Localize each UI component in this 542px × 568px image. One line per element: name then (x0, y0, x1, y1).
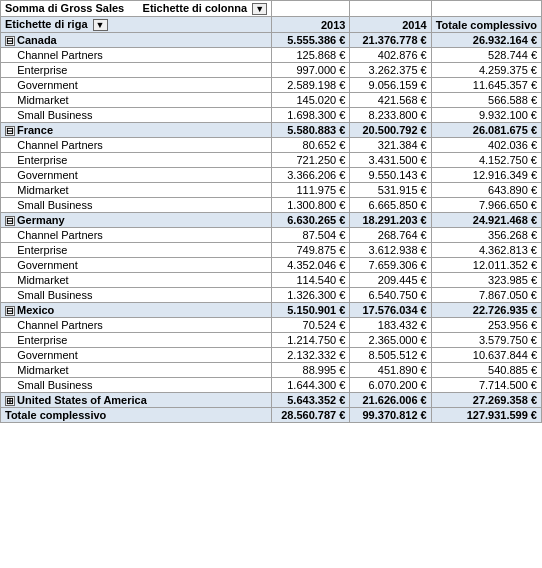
segment-2014-value: 183.432 € (350, 318, 431, 333)
segment-total-value: 7.867.050 € (431, 288, 541, 303)
segment-total-value: 402.036 € (431, 138, 541, 153)
segment-row-label: Small Business (1, 198, 272, 213)
country-2013-value: 5.150.901 € (272, 303, 350, 318)
segment-2013-value: 2.132.332 € (272, 348, 350, 363)
segment-row-label: Enterprise (1, 243, 272, 258)
segment-row-label: Channel Partners (1, 228, 272, 243)
expand-icon[interactable]: ⊟ (5, 306, 15, 316)
segment-row-label: Channel Partners (1, 138, 272, 153)
segment-total-value: 7.714.500 € (431, 378, 541, 393)
segment-total-value: 253.956 € (431, 318, 541, 333)
segment-2014-value: 421.568 € (350, 93, 431, 108)
segment-total-value: 528.744 € (431, 48, 541, 63)
segment-total-value: 566.588 € (431, 93, 541, 108)
segment-2013-value: 1.214.750 € (272, 333, 350, 348)
segment-2014-value: 3.431.500 € (350, 153, 431, 168)
country-total-value: 26.081.675 € (431, 123, 541, 138)
segment-row-label: Small Business (1, 288, 272, 303)
country-total-value: 22.726.935 € (431, 303, 541, 318)
segment-2013-value: 88.995 € (272, 363, 350, 378)
header-col3-empty (431, 1, 541, 17)
segment-total-value: 4.152.750 € (431, 153, 541, 168)
segment-2014-value: 6.070.200 € (350, 378, 431, 393)
expand-icon[interactable]: ⊞ (5, 396, 15, 406)
segment-2014-value: 321.384 € (350, 138, 431, 153)
segment-total-value: 12.011.352 € (431, 258, 541, 273)
expand-icon[interactable]: ⊟ (5, 126, 15, 136)
segment-total-value: 323.985 € (431, 273, 541, 288)
col-2013-header: 2013 (272, 17, 350, 33)
segment-2013-value: 749.875 € (272, 243, 350, 258)
col-total-header: Totale complessivo (431, 17, 541, 33)
segment-2014-value: 402.876 € (350, 48, 431, 63)
segment-2014-value: 209.445 € (350, 273, 431, 288)
segment-2014-value: 6.665.850 € (350, 198, 431, 213)
segment-2013-value: 87.504 € (272, 228, 350, 243)
segment-total-value: 12.916.349 € (431, 168, 541, 183)
segment-2013-value: 1.698.300 € (272, 108, 350, 123)
segment-2014-value: 9.056.159 € (350, 78, 431, 93)
segment-total-value: 643.890 € (431, 183, 541, 198)
country-total-value: 26.932.164 € (431, 33, 541, 48)
segment-2013-value: 1.300.800 € (272, 198, 350, 213)
country-2014-value: 18.291.203 € (350, 213, 431, 228)
segment-2014-value: 6.540.750 € (350, 288, 431, 303)
segment-2013-value: 80.652 € (272, 138, 350, 153)
segment-total-value: 3.579.750 € (431, 333, 541, 348)
segment-2013-value: 3.366.206 € (272, 168, 350, 183)
country-row-label: ⊞United States of America (1, 393, 272, 408)
segment-total-value: 11.645.357 € (431, 78, 541, 93)
segment-2013-value: 997.000 € (272, 63, 350, 78)
country-2014-value: 17.576.034 € (350, 303, 431, 318)
segment-row-label: Small Business (1, 108, 272, 123)
segment-2013-value: 114.540 € (272, 273, 350, 288)
segment-row-label: Government (1, 78, 272, 93)
segment-2014-value: 8.505.512 € (350, 348, 431, 363)
segment-2014-value: 9.550.143 € (350, 168, 431, 183)
column-dropdown[interactable]: ▼ (252, 3, 267, 15)
segment-total-value: 9.932.100 € (431, 108, 541, 123)
row-dropdown[interactable]: ▼ (93, 19, 108, 31)
country-2014-value: 21.376.778 € (350, 33, 431, 48)
country-row-label: ⊟Canada (1, 33, 272, 48)
segment-total-value: 540.885 € (431, 363, 541, 378)
country-2014-value: 21.626.006 € (350, 393, 431, 408)
segment-2013-value: 111.975 € (272, 183, 350, 198)
segment-total-value: 10.637.844 € (431, 348, 541, 363)
country-2013-value: 6.630.265 € (272, 213, 350, 228)
segment-row-label: Enterprise (1, 63, 272, 78)
segment-2013-value: 1.644.300 € (272, 378, 350, 393)
segment-row-label: Channel Partners (1, 318, 272, 333)
segment-2013-value: 721.250 € (272, 153, 350, 168)
segment-total-value: 7.966.650 € (431, 198, 541, 213)
segment-2013-value: 4.352.046 € (272, 258, 350, 273)
country-row-label: ⊟France (1, 123, 272, 138)
segment-row-label: Channel Partners (1, 48, 272, 63)
segment-total-value: 356.268 € (431, 228, 541, 243)
col-2014-header: 2014 (350, 17, 431, 33)
segment-2013-value: 1.326.300 € (272, 288, 350, 303)
segment-2014-value: 268.764 € (350, 228, 431, 243)
segment-2014-value: 8.233.800 € (350, 108, 431, 123)
segment-row-label: Enterprise (1, 333, 272, 348)
segment-total-value: 4.362.813 € (431, 243, 541, 258)
segment-2014-value: 3.612.938 € (350, 243, 431, 258)
gross-sales-label: Somma di Gross Sales Etichette di colonn… (1, 1, 272, 17)
grand-total-2013: 28.560.787 € (272, 408, 350, 423)
expand-icon[interactable]: ⊟ (5, 36, 15, 46)
country-row-label: ⊟Mexico (1, 303, 272, 318)
segment-row-label: Midmarket (1, 273, 272, 288)
country-2014-value: 20.500.792 € (350, 123, 431, 138)
segment-2014-value: 7.659.306 € (350, 258, 431, 273)
segment-2014-value: 3.262.375 € (350, 63, 431, 78)
segment-2014-value: 531.915 € (350, 183, 431, 198)
expand-icon[interactable]: ⊟ (5, 216, 15, 226)
segment-row-label: Government (1, 168, 272, 183)
segment-total-value: 4.259.375 € (431, 63, 541, 78)
segment-2013-value: 145.020 € (272, 93, 350, 108)
country-2013-value: 5.580.883 € (272, 123, 350, 138)
country-2013-value: 5.555.386 € (272, 33, 350, 48)
country-total-value: 24.921.468 € (431, 213, 541, 228)
header-col1-empty (272, 1, 350, 17)
grand-total-label: Totale complessivo (1, 408, 272, 423)
